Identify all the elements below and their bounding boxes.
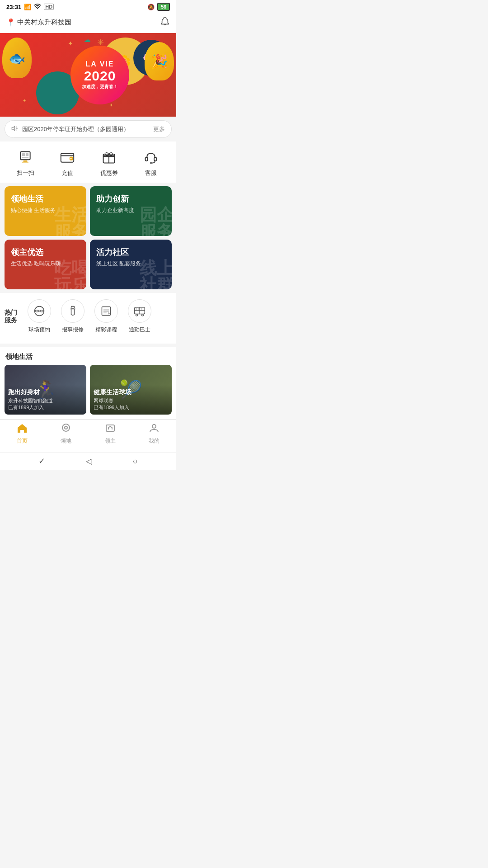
recent-button[interactable]: ○ bbox=[133, 457, 138, 466]
mascot-left: 🐟 bbox=[2, 38, 32, 78]
svg-rect-2 bbox=[21, 152, 30, 160]
star-icon-5: ✦ bbox=[109, 103, 113, 108]
service-innovation-subtitle: 助力企业新高度 bbox=[96, 207, 165, 214]
nav-territory-label: 领地 bbox=[61, 437, 71, 445]
service-card-innovation[interactable]: 助力创新 助力企业新高度 园企服务 bbox=[90, 186, 172, 236]
speaker-icon bbox=[11, 125, 19, 133]
scan-label: 扫一扫 bbox=[17, 169, 34, 177]
service-label: 客服 bbox=[145, 169, 157, 177]
header: 📍 中关村东升科技园 bbox=[0, 13, 176, 33]
tennis-card-count: 已有1899人加入 bbox=[94, 404, 168, 411]
headset-icon bbox=[141, 149, 161, 166]
time: 23:31 bbox=[6, 4, 21, 10]
hot-service-bus[interactable]: 通勤巴士 bbox=[128, 299, 151, 334]
hot-service-course[interactable]: 精彩课程 bbox=[94, 299, 118, 334]
svg-rect-4 bbox=[26, 153, 28, 156]
running-card-count: 已有1899人加入 bbox=[8, 404, 83, 411]
location-text: 中关村东升科技园 bbox=[17, 18, 71, 27]
hot-services-label: 热门 服务 bbox=[5, 309, 17, 324]
service-card-selection[interactable]: 领主优选 生活优选 吃喝玩乐嗨 吃喝玩乐 bbox=[5, 240, 86, 289]
nav-item-home[interactable]: 首页 bbox=[9, 423, 36, 445]
announcement-bar[interactable]: 园区2020年停车证开始办理（多园通用） 更多 bbox=[5, 120, 172, 138]
home-icon bbox=[17, 423, 28, 436]
notification-bell-icon[interactable] bbox=[160, 16, 170, 28]
life-section-title: 领地生活 bbox=[0, 347, 176, 365]
back-button[interactable]: ✓ bbox=[38, 456, 45, 466]
nav-item-territory[interactable]: 领地 bbox=[52, 423, 80, 445]
recharge-label: 充值 bbox=[61, 169, 73, 177]
location-display[interactable]: 📍 中关村东升科技园 bbox=[6, 18, 71, 27]
bus-icon bbox=[128, 299, 151, 323]
repair-icon bbox=[61, 299, 84, 323]
svg-point-0 bbox=[37, 8, 38, 9]
home-button[interactable]: ◁ bbox=[86, 456, 92, 466]
repair-label: 报事报修 bbox=[62, 326, 84, 334]
nav-item-owner[interactable]: 领主 bbox=[97, 423, 124, 445]
quick-actions-bar: 扫一扫 充值 优惠券 bbox=[0, 142, 176, 183]
hot-services-section: 热门 服务 球场预约 bbox=[0, 293, 176, 344]
tennis-card-overlay: 健康生活球场 网球联赛 已有1899人加入 bbox=[90, 365, 172, 415]
quick-action-scan[interactable]: 扫一扫 bbox=[15, 149, 35, 177]
life-card-tennis[interactable]: 🎾 健康生活球场 网球联赛 已有1899人加入 bbox=[90, 365, 172, 415]
promo-banner[interactable]: ✦ ✦ ✦ ✳ ✦ LA VIE 2020 加速度，更青春！ 🐟 🎉 🌸 🌼 ☁ bbox=[0, 33, 176, 117]
service-life-subtitle: 贴心便捷 生活服务 bbox=[11, 207, 80, 214]
banner-main-circle: LA VIE 2020 加速度，更青春！ bbox=[70, 46, 129, 104]
service-card-community[interactable]: 活力社区 线上社区 配套服务 线上社群 bbox=[90, 240, 172, 289]
tennis-card-sub: 网球联赛 bbox=[94, 397, 168, 404]
svg-rect-30 bbox=[138, 308, 140, 310]
svg-rect-6 bbox=[23, 160, 28, 162]
hd-badge: HD bbox=[44, 4, 54, 10]
svg-point-28 bbox=[141, 314, 143, 316]
banner-la-vie: LA VIE bbox=[86, 60, 114, 68]
service-cards-grid: 领地生活 贴心便捷 生活服务 生活服务 助力创新 助力企业新高度 园企服务 领主… bbox=[0, 186, 176, 289]
banner-year: 2020 bbox=[84, 68, 116, 84]
service-selection-title: 领主优选 bbox=[11, 247, 80, 258]
bottom-nav: 首页 领地 领主 我的 bbox=[0, 419, 176, 452]
svg-rect-3 bbox=[22, 153, 25, 156]
hot-services-header: 热门 服务 球场预约 bbox=[5, 299, 172, 334]
svg-rect-5 bbox=[22, 157, 28, 158]
svg-rect-18 bbox=[71, 307, 75, 308]
star-icon-3: ✦ bbox=[23, 98, 26, 103]
nav-home-label: 首页 bbox=[17, 437, 28, 445]
scan-icon bbox=[15, 149, 35, 166]
running-card-sub: 东升科技园智能跑道 bbox=[8, 397, 83, 404]
announcement-text: 园区2020年停车证开始办理（多园通用） bbox=[22, 125, 150, 133]
gift-icon bbox=[99, 149, 119, 166]
mascot-left-body: 🐟 bbox=[2, 38, 32, 78]
service-card-life[interactable]: 领地生活 贴心便捷 生活服务 生活服务 bbox=[5, 186, 86, 236]
quick-action-coupon[interactable]: 优惠券 bbox=[99, 149, 119, 177]
announcement-more-btn[interactable]: 更多 bbox=[153, 125, 165, 133]
court-icon bbox=[28, 299, 51, 323]
service-selection-subtitle: 生活优选 吃喝玩乐嗨 bbox=[11, 260, 80, 268]
owner-icon bbox=[105, 423, 116, 436]
banner-slogan: 加速度，更青春！ bbox=[82, 84, 118, 90]
life-content-cards: 🏃‍♀️ 跑出好身材 东升科技园智能跑道 已有1899人加入 🎾 健康生活球场 … bbox=[0, 365, 176, 419]
life-card-running[interactable]: 🏃‍♀️ 跑出好身材 东升科技园智能跑道 已有1899人加入 bbox=[5, 365, 86, 415]
coupon-label: 优惠券 bbox=[100, 169, 118, 177]
service-community-subtitle: 线上社区 配套服务 bbox=[96, 260, 165, 268]
svg-point-36 bbox=[152, 425, 156, 428]
battery-indicator: 56 bbox=[157, 3, 170, 11]
hot-service-court[interactable]: 球场预约 bbox=[28, 299, 51, 334]
quick-action-recharge[interactable]: 充值 bbox=[57, 149, 77, 177]
svg-rect-19 bbox=[70, 308, 75, 310]
tennis-card-title: 健康生活球场 bbox=[94, 388, 168, 396]
hot-services-icons: 球场预约 报事报修 bbox=[23, 299, 151, 334]
running-card-title: 跑出好身材 bbox=[8, 388, 83, 396]
service-innovation-title: 助力创新 bbox=[96, 193, 165, 204]
nav-item-mine[interactable]: 我的 bbox=[141, 423, 168, 445]
service-life-title: 领地生活 bbox=[11, 193, 80, 204]
hot-service-repair[interactable]: 报事报修 bbox=[61, 299, 84, 334]
running-card-overlay: 跑出好身材 东升科技园智能跑道 已有1899人加入 bbox=[5, 365, 86, 415]
status-bar: 23:31 📶 HD 🔕 56 bbox=[0, 0, 176, 13]
svg-point-16 bbox=[150, 162, 152, 164]
svg-rect-7 bbox=[22, 162, 28, 163]
mute-icon: 🔕 bbox=[147, 4, 155, 10]
life-section: 领地生活 🏃‍♀️ 跑出好身材 东升科技园智能跑道 已有1899人加入 🎾 健康… bbox=[0, 347, 176, 419]
status-left: 23:31 📶 HD bbox=[6, 3, 54, 10]
quick-action-service[interactable]: 客服 bbox=[141, 149, 161, 177]
court-label: 球场预约 bbox=[28, 326, 50, 334]
mascot-right: 🎉 bbox=[145, 42, 174, 80]
location-icon: 📍 bbox=[6, 18, 15, 27]
